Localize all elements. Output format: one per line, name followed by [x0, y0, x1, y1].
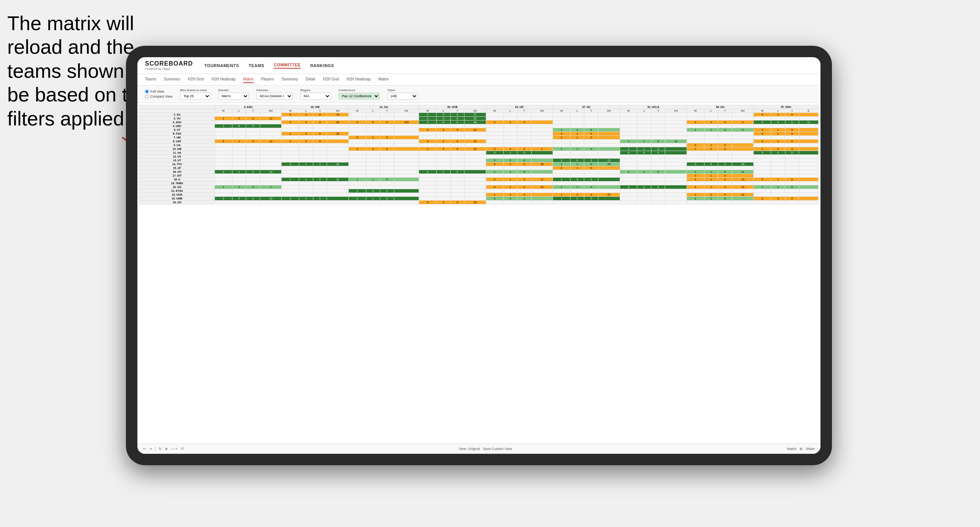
matrix-cell [799, 143, 819, 147]
matrix-cell [366, 132, 380, 136]
matrix-cell [486, 174, 503, 178]
matrix-cell: 0 [754, 178, 771, 182]
sub-nav-teams[interactable]: Teams [145, 76, 156, 83]
sub-nav-players[interactable]: Players [261, 76, 274, 83]
zoom-button[interactable]: ⊕ [165, 447, 168, 451]
matrix-cell [282, 193, 299, 197]
matrix-cell [327, 189, 349, 193]
matrix-cell: 0 [651, 147, 665, 151]
matrix-cell: 1 [553, 147, 571, 151]
sub-nav-h2h-heatmap[interactable]: H2H Heatmap [211, 76, 235, 83]
matrix-cell [260, 193, 282, 197]
matrix-cell [637, 143, 651, 147]
matrix-cell: 1 [503, 151, 517, 155]
matrix-cell [754, 162, 771, 166]
matrix-cell [665, 143, 687, 147]
timer-button[interactable]: ⏱ [181, 447, 184, 451]
matrix-cell: 3 [754, 151, 771, 155]
matrix-cell [313, 128, 327, 132]
matrix-cell: 0 [486, 197, 503, 201]
matrix-cell [771, 136, 785, 140]
team-select[interactable]: (All) [387, 93, 418, 100]
logo-area: SCOREBOARD Powered by clippd [145, 60, 193, 71]
region-select[interactable]: N/A [300, 93, 331, 100]
matrix-cell [732, 182, 754, 185]
matrix-cell [651, 178, 665, 182]
sub-row-header [140, 109, 215, 113]
main-content[interactable]: 3. ASU 10. UW 11. UA 22. UCB 24. UO 27. … [137, 103, 820, 443]
nav-teams[interactable]: TEAMS [248, 63, 264, 68]
sub-nav-summary[interactable]: Summary [164, 76, 180, 83]
matrix-cell: 0 [651, 185, 665, 189]
matrix-cell [704, 136, 718, 140]
matrix-cell [232, 174, 246, 178]
watch-button[interactable]: Watch [787, 447, 796, 451]
sub-nav-players-summary[interactable]: Summary [282, 76, 298, 83]
matrix-cell: 1 [620, 170, 637, 174]
grid-button[interactable]: ⊞ [799, 447, 803, 451]
matrix-cell: 2 [503, 159, 517, 162]
matrix-cell: 0 [785, 132, 799, 136]
matrix-cell [584, 174, 598, 178]
nav-tournaments[interactable]: TOURNAMENTS [205, 63, 239, 68]
matrix-cell [598, 189, 620, 193]
nav-rankings[interactable]: RANKINGS [310, 63, 334, 68]
matrix-cell: 0 [553, 166, 571, 170]
matrix-cell [620, 117, 637, 121]
matrix-cell [553, 117, 571, 121]
compact-view-option[interactable]: Compact View [145, 95, 172, 98]
matrix-cell [215, 132, 232, 136]
matrix-cell [215, 162, 232, 166]
matrix-cell [665, 132, 687, 136]
sub-nav-matrix[interactable]: Matrix [243, 76, 253, 83]
matrix-cell [517, 201, 532, 204]
compact-view-radio[interactable] [145, 95, 149, 98]
matrix-cell [620, 174, 637, 178]
save-custom-button[interactable]: Save Custom View [483, 447, 512, 451]
conference-select[interactable]: Pac-12 Conference [338, 93, 380, 100]
matrix-cell [637, 166, 651, 170]
matrix-cell [598, 182, 620, 185]
matrix-cell [570, 140, 584, 143]
full-view-option[interactable]: Full View [145, 90, 172, 93]
matrix-cell [299, 159, 313, 162]
matrix-cell [687, 124, 704, 128]
sub-nav-players-matrix[interactable]: Matrix [378, 76, 388, 83]
matrix-cell: 2 [503, 162, 517, 166]
matrix-cell: 1 [553, 185, 571, 189]
refresh-button[interactable]: ↻ [159, 447, 162, 451]
sub-nav-detail[interactable]: Detail [306, 76, 316, 83]
division-select[interactable]: NCAA Division I [256, 93, 293, 100]
matrix-cell [366, 124, 380, 128]
matrix-cell [754, 155, 771, 159]
full-view-radio[interactable] [145, 90, 149, 93]
matrix-cell [313, 147, 327, 151]
share-button[interactable]: Share [806, 447, 815, 451]
matrix-cell [260, 121, 282, 124]
matrix-cell: 14 [260, 140, 282, 143]
matrix-cell: 0 [570, 197, 584, 201]
full-view-label: Full View [150, 90, 164, 93]
view-original-button[interactable]: View: Original [459, 447, 480, 451]
matrix-cell: 1 [503, 178, 517, 182]
nav-committee[interactable]: COMMITTEE [274, 63, 301, 69]
row-label: 4. UNC [140, 124, 215, 128]
redo-button[interactable]: ↪ [149, 447, 152, 451]
sub-nav-players-h2h-grid[interactable]: H2H Grid [323, 76, 339, 83]
matrix-cell [464, 197, 486, 201]
gender-select[interactable]: Men's [218, 93, 249, 100]
matrix-cell: 0 [584, 197, 598, 201]
matrix-cell [553, 151, 571, 155]
sub-nav-players-h2h-heatmap[interactable]: H2H Heatmap [347, 76, 371, 83]
matrix-cell [584, 143, 598, 147]
matrix-cell [486, 124, 503, 128]
sub-nav-h2h-grid[interactable]: H2H Grid [188, 76, 204, 83]
matrix-cell: 1 [704, 143, 718, 147]
matrix-cell [394, 159, 419, 162]
matrix-cell [732, 124, 754, 128]
matrix-cell: 1 [517, 197, 532, 201]
matrix-cell [531, 201, 553, 204]
undo-button[interactable]: ↩ [143, 447, 146, 451]
max-teams-select[interactable]: Top 25 [180, 93, 211, 100]
matrix-cell [732, 189, 754, 193]
